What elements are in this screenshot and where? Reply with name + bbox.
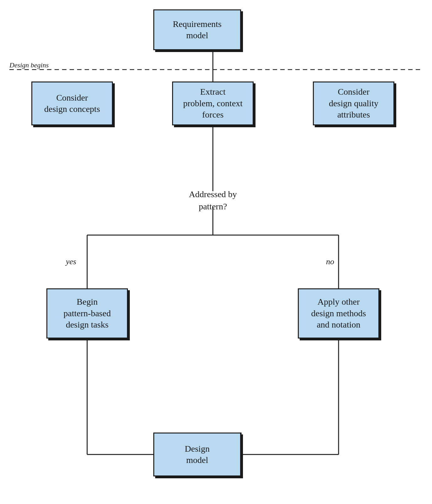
diagram-container: Requirements model Design begins Conside… <box>0 0 432 504</box>
design-model-box: Design model <box>153 433 241 476</box>
addressed-by-pattern-label: Addressed by pattern? <box>166 188 260 213</box>
requirements-model-box: Requirements model <box>153 9 241 50</box>
connector-lines <box>0 0 432 504</box>
design-begins-label: Design begins <box>9 61 49 69</box>
apply-other-box: Apply other design methods and notation <box>298 288 379 339</box>
yes-label: yes <box>66 257 76 266</box>
consider-quality-box: Consider design quality attributes <box>313 81 394 125</box>
consider-design-concepts-box: Consider design concepts <box>31 81 113 125</box>
begin-pattern-box: Begin pattern-based design tasks <box>46 288 128 339</box>
extract-problem-box: Extract problem, context forces <box>172 81 254 125</box>
no-label: no <box>326 257 334 266</box>
